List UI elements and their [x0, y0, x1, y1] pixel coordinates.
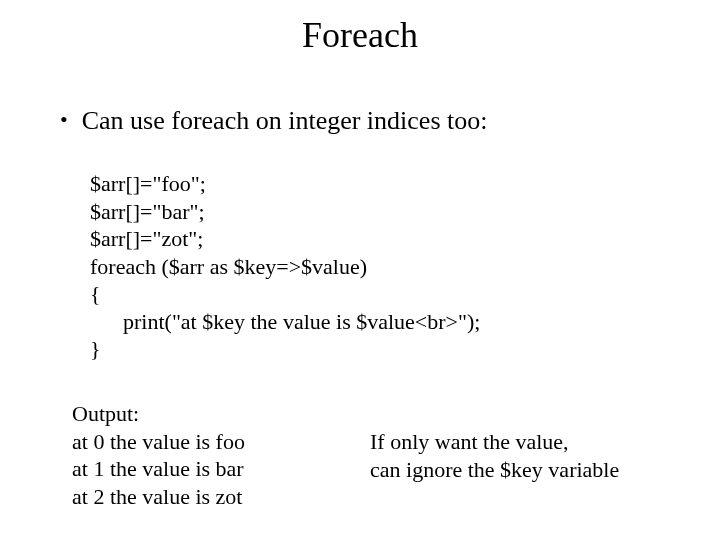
code-line-6: print("at $key the value is $value<br>")…: [90, 309, 480, 334]
bullet-text: Can use foreach on integer indices too:: [82, 106, 488, 135]
bullet-item: •Can use foreach on integer indices too:: [60, 106, 487, 136]
output-line-2: at 1 the value is bar: [72, 456, 244, 481]
code-line-7: }: [90, 336, 101, 361]
note-line-1: If only want the value,: [370, 429, 569, 454]
code-block: $arr[]="foo"; $arr[]="bar"; $arr[]="zot"…: [90, 170, 480, 363]
output-line-1: at 0 the value is foo: [72, 429, 245, 454]
slide: Foreach •Can use foreach on integer indi…: [0, 0, 720, 540]
code-line-3: $arr[]="zot";: [90, 226, 203, 251]
slide-title: Foreach: [0, 0, 720, 56]
code-line-5: {: [90, 281, 101, 306]
code-line-4: foreach ($arr as $key=>$value): [90, 254, 367, 279]
code-line-2: $arr[]="bar";: [90, 199, 205, 224]
output-line-3: at 2 the value is zot: [72, 484, 242, 509]
note-block: If only want the value, can ignore the $…: [370, 428, 619, 483]
code-line-1: $arr[]="foo";: [90, 171, 206, 196]
output-block: Output: at 0 the value is foo at 1 the v…: [72, 400, 245, 510]
note-line-2: can ignore the $key variable: [370, 457, 619, 482]
output-label: Output:: [72, 401, 139, 426]
